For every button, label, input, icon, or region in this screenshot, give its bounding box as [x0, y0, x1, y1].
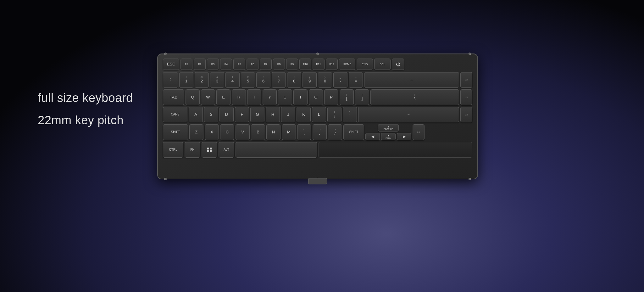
- key-fn[interactable]: FN: [185, 142, 200, 158]
- key-f6[interactable]: F6: [247, 59, 258, 70]
- hinge-dot-tr: [469, 53, 471, 55]
- key-win[interactable]: [202, 142, 217, 158]
- key-left[interactable]: ◀: [365, 133, 380, 140]
- key-l3[interactable]: L3: [460, 89, 472, 105]
- key-1[interactable]: ! 1: [179, 72, 193, 88]
- key-2[interactable]: @ 2: [195, 72, 209, 88]
- key-space[interactable]: [236, 142, 317, 158]
- key-p[interactable]: P: [324, 89, 338, 105]
- key-4[interactable]: $ 4: [225, 72, 240, 88]
- bottom-row: CTRL FN ALT: [163, 142, 472, 158]
- key-l[interactable]: L: [312, 107, 326, 122]
- key-t[interactable]: T: [247, 89, 261, 105]
- key-i[interactable]: I: [293, 89, 308, 105]
- key-f5[interactable]: F5: [233, 59, 245, 70]
- key-backspace[interactable]: ←: [364, 72, 459, 88]
- key-pageup[interactable]: ▲PAGE UP: [378, 124, 399, 132]
- line1-text: full size keyboard: [38, 91, 133, 105]
- windows-icon: [207, 148, 212, 152]
- key-g[interactable]: G: [250, 107, 264, 122]
- key-quote[interactable]: " ': [343, 107, 357, 122]
- key-q[interactable]: Q: [186, 89, 200, 105]
- key-alt[interactable]: ALT: [219, 142, 234, 158]
- key-9[interactable]: ( 9: [303, 72, 317, 88]
- key-k[interactable]: K: [297, 107, 311, 122]
- z-row: SHIFT Z X C V B N M < , > .: [163, 124, 472, 140]
- key-x[interactable]: X: [205, 124, 219, 140]
- keyboard-body: ESC F1 F2 F3 F4 F5 F6 F7 F8 F9 F10 F11 F…: [157, 53, 478, 179]
- key-s[interactable]: S: [204, 107, 218, 122]
- hinge-bar: [308, 178, 327, 184]
- key-z[interactable]: Z: [189, 124, 203, 140]
- key-home[interactable]: HOME: [339, 59, 355, 70]
- key-f8[interactable]: F8: [273, 59, 285, 70]
- key-l2[interactable]: L2: [460, 72, 472, 88]
- key-m[interactable]: M: [282, 124, 296, 140]
- key-7[interactable]: & 7: [272, 72, 286, 88]
- key-rbracket[interactable]: } ]: [355, 89, 369, 105]
- key-right[interactable]: ▶: [397, 133, 411, 140]
- arrow-cluster: ▲PAGE UP ◀ ▼PGDN ▶: [365, 124, 411, 140]
- key-n[interactable]: N: [266, 124, 280, 140]
- key-pgdn[interactable]: ▼PGDN: [381, 133, 396, 140]
- key-f1[interactable]: F1: [180, 59, 192, 70]
- key-0[interactable]: ) 0: [318, 72, 332, 88]
- a-row: CAPS A S D F G H J K L : ; ": [163, 107, 472, 122]
- key-f10[interactable]: F10: [299, 59, 311, 70]
- key-d[interactable]: D: [219, 107, 234, 122]
- line2-text: 22mm key pitch: [38, 114, 133, 127]
- key-o[interactable]: O: [309, 89, 323, 105]
- key-f[interactable]: F: [235, 107, 249, 122]
- key-a[interactable]: A: [189, 107, 203, 122]
- hinge-dot-br: [469, 178, 471, 180]
- key-3[interactable]: # 3: [210, 72, 224, 88]
- key-l4[interactable]: L4: [413, 124, 425, 140]
- key-u[interactable]: U: [278, 89, 292, 105]
- arrow-row: ◀ ▼PGDN ▶: [365, 133, 411, 140]
- key-f12[interactable]: F12: [326, 59, 338, 70]
- key-y[interactable]: Y: [263, 89, 277, 105]
- key-r[interactable]: R: [232, 89, 246, 105]
- key-j[interactable]: J: [281, 107, 295, 122]
- key-5[interactable]: % 5: [241, 72, 255, 88]
- key-minus[interactable]: _ -: [333, 72, 347, 88]
- key-8[interactable]: * 8: [287, 72, 301, 88]
- key-semicolon[interactable]: : ;: [327, 107, 341, 122]
- key-ctrl[interactable]: CTRL: [163, 142, 183, 158]
- key-c[interactable]: C: [220, 124, 234, 140]
- key-end[interactable]: END: [357, 59, 373, 70]
- key-slash[interactable]: ? /: [328, 124, 342, 140]
- key-6[interactable]: ^ 6: [256, 72, 270, 88]
- key-shift-right[interactable]: SHIFT: [343, 124, 364, 140]
- key-e[interactable]: E: [216, 89, 230, 105]
- key-backslash[interactable]: | \: [370, 89, 459, 105]
- key-lbracket[interactable]: { [: [340, 89, 354, 105]
- key-caps[interactable]: CAPS: [163, 107, 187, 122]
- keyboard-rows: ESC F1 F2 F3 F4 F5 F6 F7 F8 F9 F10 F11 F…: [163, 59, 472, 158]
- key-f4[interactable]: F4: [220, 59, 232, 70]
- key-h[interactable]: H: [266, 107, 280, 122]
- key-tilde[interactable]: ~ `: [163, 72, 178, 88]
- key-f2[interactable]: F2: [194, 59, 206, 70]
- key-w[interactable]: W: [201, 89, 215, 105]
- key-f7[interactable]: F7: [260, 59, 272, 70]
- hinge-dot-bl: [164, 178, 167, 180]
- key-esc[interactable]: ESC: [163, 59, 179, 70]
- key-tab[interactable]: TAB: [163, 89, 184, 105]
- key-enter[interactable]: ↵: [358, 107, 459, 122]
- key-period[interactable]: > .: [313, 124, 327, 140]
- key-v[interactable]: V: [236, 124, 250, 140]
- key-f3[interactable]: F3: [207, 59, 219, 70]
- key-equals[interactable]: + =: [349, 72, 363, 88]
- key-shift-left[interactable]: SHIFT: [163, 124, 188, 140]
- text-section: full size keyboard 22mm key pitch: [38, 91, 133, 127]
- key-del[interactable]: DEL: [374, 59, 391, 70]
- fkey-row: ESC F1 F2 F3 F4 F5 F6 F7 F8 F9 F10 F11 F…: [163, 59, 472, 70]
- key-comma[interactable]: < ,: [297, 124, 311, 140]
- key-b[interactable]: B: [251, 124, 265, 140]
- key-f11[interactable]: F11: [313, 59, 325, 70]
- key-l3b[interactable]: L3: [460, 107, 472, 122]
- trackpad[interactable]: [319, 142, 472, 158]
- key-f9[interactable]: F9: [286, 59, 298, 70]
- key-power[interactable]: ⏻: [392, 59, 404, 70]
